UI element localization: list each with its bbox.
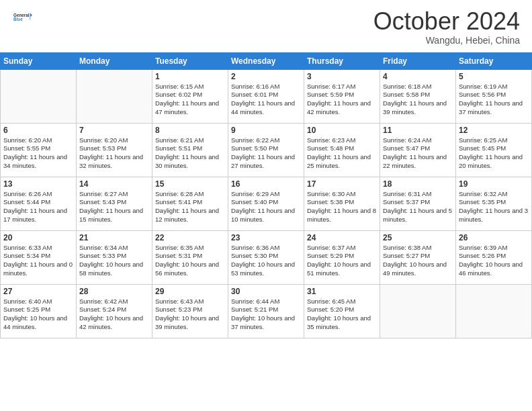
- calendar-header-row: Sunday Monday Tuesday Wednesday Thursday…: [1, 52, 532, 69]
- day-number: 29: [155, 287, 225, 296]
- col-wednesday: Wednesday: [228, 52, 304, 69]
- day-info: Sunrise: 6:34 AMSunset: 5:33 PMDaylight:…: [79, 244, 149, 278]
- day-number: 27: [3, 287, 73, 296]
- day-number: 15: [155, 179, 225, 189]
- table-row: 18Sunrise: 6:31 AMSunset: 5:37 PMDayligh…: [380, 177, 456, 230]
- table-row: 23Sunrise: 6:36 AMSunset: 5:30 PMDayligh…: [228, 230, 304, 284]
- day-number: 31: [307, 287, 377, 296]
- table-row: 1Sunrise: 6:15 AMSunset: 6:02 PMDaylight…: [152, 69, 228, 123]
- title-block: October 2024 Wangdu, Hebei, China: [373, 8, 520, 46]
- day-info: Sunrise: 6:24 AMSunset: 5:47 PMDaylight:…: [383, 136, 453, 171]
- day-info: Sunrise: 6:20 AMSunset: 5:55 PMDaylight:…: [3, 136, 73, 171]
- day-number: 23: [231, 233, 301, 242]
- day-number: 26: [459, 233, 529, 242]
- table-row: 14Sunrise: 6:27 AMSunset: 5:43 PMDayligh…: [77, 177, 152, 230]
- day-number: 24: [307, 233, 377, 242]
- day-number: 28: [79, 287, 149, 296]
- calendar-week-row: 1Sunrise: 6:15 AMSunset: 6:02 PMDaylight…: [1, 69, 532, 123]
- day-info: Sunrise: 6:27 AMSunset: 5:43 PMDaylight:…: [79, 190, 149, 224]
- table-row: 25Sunrise: 6:38 AMSunset: 5:27 PMDayligh…: [380, 230, 456, 284]
- col-friday: Friday: [380, 52, 456, 69]
- day-info: Sunrise: 6:16 AMSunset: 6:01 PMDaylight:…: [231, 83, 301, 117]
- table-row: 19Sunrise: 6:32 AMSunset: 5:35 PMDayligh…: [456, 177, 532, 230]
- day-number: 30: [231, 287, 301, 296]
- day-info: Sunrise: 6:39 AMSunset: 5:26 PMDaylight:…: [459, 244, 529, 278]
- table-row: 22Sunrise: 6:35 AMSunset: 5:31 PMDayligh…: [152, 230, 228, 284]
- table-row: 28Sunrise: 6:42 AMSunset: 5:24 PMDayligh…: [77, 284, 152, 338]
- day-number: 1: [155, 72, 225, 81]
- table-row: 26Sunrise: 6:39 AMSunset: 5:26 PMDayligh…: [456, 230, 532, 284]
- day-number: 14: [79, 179, 149, 189]
- month-title: October 2024: [373, 8, 520, 35]
- header: General Blue October 2024 Wangdu, Hebei,…: [0, 0, 532, 50]
- location: Wangdu, Hebei, China: [373, 35, 520, 46]
- table-row: 24Sunrise: 6:37 AMSunset: 5:29 PMDayligh…: [304, 230, 380, 284]
- day-number: 12: [459, 126, 529, 135]
- day-info: Sunrise: 6:21 AMSunset: 5:51 PMDaylight:…: [155, 136, 225, 171]
- day-number: 5: [459, 72, 529, 81]
- day-number: 21: [79, 233, 149, 242]
- col-sunday: Sunday: [1, 52, 77, 69]
- table-row: 8Sunrise: 6:21 AMSunset: 5:51 PMDaylight…: [152, 123, 228, 177]
- table-row: 31Sunrise: 6:45 AMSunset: 5:20 PMDayligh…: [304, 284, 380, 338]
- day-number: 16: [231, 179, 301, 189]
- day-info: Sunrise: 6:28 AMSunset: 5:41 PMDaylight:…: [155, 190, 225, 224]
- day-info: Sunrise: 6:23 AMSunset: 5:48 PMDaylight:…: [307, 136, 377, 171]
- table-row: 5Sunrise: 6:19 AMSunset: 5:56 PMDaylight…: [456, 69, 532, 123]
- logo: General Blue: [12, 8, 32, 27]
- day-info: Sunrise: 6:35 AMSunset: 5:31 PMDaylight:…: [155, 244, 225, 278]
- col-thursday: Thursday: [304, 52, 380, 69]
- day-info: Sunrise: 6:18 AMSunset: 5:58 PMDaylight:…: [383, 83, 453, 117]
- svg-marker-2: [30, 13, 32, 17]
- day-info: Sunrise: 6:32 AMSunset: 5:35 PMDaylight:…: [459, 190, 529, 224]
- table-row: [1, 69, 77, 123]
- day-info: Sunrise: 6:38 AMSunset: 5:27 PMDaylight:…: [383, 244, 453, 278]
- day-info: Sunrise: 6:45 AMSunset: 5:20 PMDaylight:…: [307, 298, 377, 332]
- day-number: 20: [3, 233, 73, 242]
- table-row: 27Sunrise: 6:40 AMSunset: 5:25 PMDayligh…: [1, 284, 77, 338]
- day-info: Sunrise: 6:44 AMSunset: 5:21 PMDaylight:…: [231, 298, 301, 332]
- calendar-week-row: 20Sunrise: 6:33 AMSunset: 5:34 PMDayligh…: [1, 230, 532, 284]
- day-number: 25: [383, 233, 453, 242]
- table-row: 3Sunrise: 6:17 AMSunset: 5:59 PMDaylight…: [304, 69, 380, 123]
- day-number: 9: [231, 126, 301, 135]
- col-saturday: Saturday: [456, 52, 532, 69]
- day-info: Sunrise: 6:40 AMSunset: 5:25 PMDaylight:…: [3, 298, 73, 332]
- day-info: Sunrise: 6:25 AMSunset: 5:45 PMDaylight:…: [459, 136, 529, 171]
- calendar-week-row: 27Sunrise: 6:40 AMSunset: 5:25 PMDayligh…: [1, 284, 532, 338]
- day-info: Sunrise: 6:15 AMSunset: 6:02 PMDaylight:…: [155, 83, 225, 117]
- day-info: Sunrise: 6:33 AMSunset: 5:34 PMDaylight:…: [3, 244, 73, 278]
- logo-icon: General Blue: [13, 8, 32, 27]
- table-row: [456, 284, 532, 338]
- table-row: 12Sunrise: 6:25 AMSunset: 5:45 PMDayligh…: [456, 123, 532, 177]
- page: General Blue October 2024 Wangdu, Hebei,…: [0, 0, 532, 411]
- table-row: [380, 284, 456, 338]
- day-number: 18: [383, 179, 453, 189]
- day-number: 19: [459, 179, 529, 189]
- table-row: 9Sunrise: 6:22 AMSunset: 5:50 PMDaylight…: [228, 123, 304, 177]
- day-info: Sunrise: 6:26 AMSunset: 5:44 PMDaylight:…: [3, 190, 73, 224]
- day-number: 8: [155, 126, 225, 135]
- day-info: Sunrise: 6:17 AMSunset: 5:59 PMDaylight:…: [307, 83, 377, 117]
- calendar-table: Sunday Monday Tuesday Wednesday Thursday…: [0, 52, 532, 338]
- day-number: 4: [383, 72, 453, 81]
- table-row: 2Sunrise: 6:16 AMSunset: 6:01 PMDaylight…: [228, 69, 304, 123]
- day-number: 13: [3, 179, 73, 189]
- day-info: Sunrise: 6:19 AMSunset: 5:56 PMDaylight:…: [459, 83, 529, 117]
- day-number: 10: [307, 126, 377, 135]
- day-info: Sunrise: 6:43 AMSunset: 5:23 PMDaylight:…: [155, 298, 225, 332]
- col-tuesday: Tuesday: [152, 52, 228, 69]
- day-info: Sunrise: 6:22 AMSunset: 5:50 PMDaylight:…: [231, 136, 301, 171]
- day-info: Sunrise: 6:31 AMSunset: 5:37 PMDaylight:…: [383, 190, 453, 224]
- day-number: 2: [231, 72, 301, 81]
- table-row: 16Sunrise: 6:29 AMSunset: 5:40 PMDayligh…: [228, 177, 304, 230]
- table-row: 15Sunrise: 6:28 AMSunset: 5:41 PMDayligh…: [152, 177, 228, 230]
- col-monday: Monday: [77, 52, 152, 69]
- day-info: Sunrise: 6:37 AMSunset: 5:29 PMDaylight:…: [307, 244, 377, 278]
- day-number: 11: [383, 126, 453, 135]
- day-info: Sunrise: 6:30 AMSunset: 5:38 PMDaylight:…: [307, 190, 377, 224]
- day-info: Sunrise: 6:42 AMSunset: 5:24 PMDaylight:…: [79, 298, 149, 332]
- day-info: Sunrise: 6:29 AMSunset: 5:40 PMDaylight:…: [231, 190, 301, 224]
- table-row: 17Sunrise: 6:30 AMSunset: 5:38 PMDayligh…: [304, 177, 380, 230]
- day-number: 17: [307, 179, 377, 189]
